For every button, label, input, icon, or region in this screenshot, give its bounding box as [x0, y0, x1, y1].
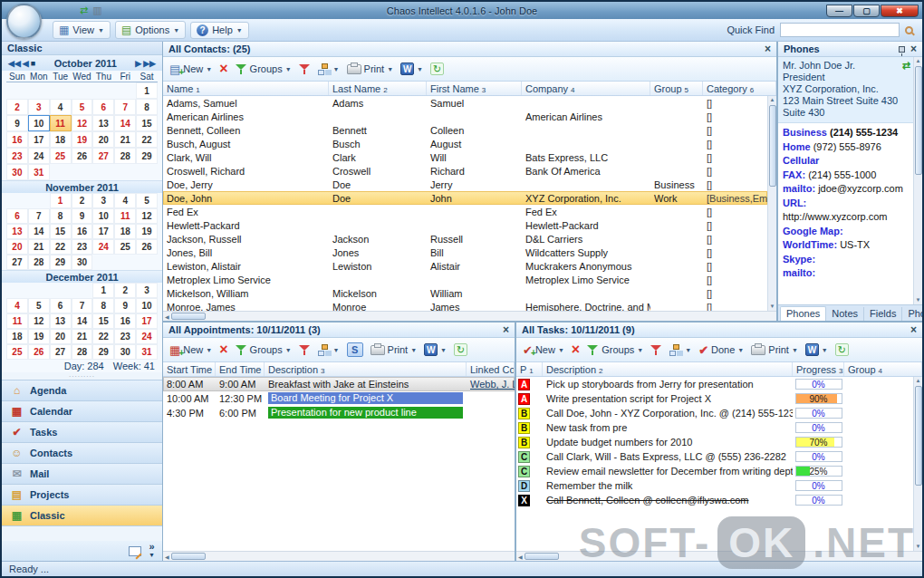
calendar-day[interactable]: 12	[136, 208, 158, 224]
calendar-day[interactable]: 22	[136, 131, 158, 148]
new-contact-button[interactable]: ▤ New ▼	[168, 63, 214, 76]
task-row[interactable]: CReview email newsletter for December fr…	[516, 464, 913, 478]
prev-year-icon[interactable]: ◀◀	[8, 59, 21, 68]
calendar-day[interactable]: 14	[72, 313, 93, 329]
group-by-button[interactable]: ▼	[668, 343, 693, 356]
calendar-day[interactable]: 14	[114, 115, 136, 131]
calendar-day[interactable]: 9	[72, 208, 93, 224]
calendar-day[interactable]: 31	[28, 164, 50, 180]
phone-line-label[interactable]: Home	[783, 141, 811, 152]
calendar-day[interactable]: 2	[114, 283, 136, 298]
groups-button[interactable]: Groups ▼	[234, 63, 294, 76]
calendar-day[interactable]: 10	[28, 115, 50, 131]
calendar-day[interactable]: 2	[6, 99, 28, 115]
appointments-column-start-time[interactable]: Start Time1	[163, 362, 216, 376]
schedule-toggle-button[interactable]: S	[345, 342, 365, 358]
calendar-day[interactable]: 3	[28, 99, 50, 115]
group-by-button[interactable]: ▼	[316, 63, 342, 75]
appointment-row[interactable]: 4:30 PM6:00 PMPresentation for new produ…	[163, 406, 515, 420]
calendar-day[interactable]: 16	[114, 313, 136, 329]
calendar-day[interactable]: 10	[136, 298, 158, 313]
calendar-day[interactable]: 29	[50, 255, 72, 270]
phone-line-label[interactable]: FAX:	[783, 169, 805, 180]
contact-row[interactable]: Jones, BillJonesBillWildcatters Supply[]	[163, 246, 767, 259]
contact-row[interactable]: Metroplex Limo ServiceMetroplex Limo Ser…	[163, 273, 767, 286]
calendar-day[interactable]: 19	[28, 329, 50, 344]
tasks-column-group[interactable]: Group4	[844, 362, 922, 376]
contact-row[interactable]: Bennett, ColleenBennettColleen[]	[163, 123, 767, 137]
calendar-day[interactable]: 1	[92, 283, 114, 298]
groups-button[interactable]: Groups ▼	[585, 343, 645, 357]
calendar-day[interactable]: 4	[6, 298, 28, 313]
contact-row[interactable]: Lewiston, AlistairLewistonAlistairMuckra…	[163, 259, 767, 273]
quick-find-input[interactable]	[780, 23, 900, 37]
delete-button[interactable]: ×	[217, 62, 229, 76]
calendar-day[interactable]: 18	[50, 131, 72, 148]
sidebar-item-mail[interactable]: ✉Mail	[2, 464, 162, 485]
refresh-button[interactable]: ↻	[452, 342, 469, 357]
calendar-day[interactable]: 14	[28, 224, 50, 239]
scroll-thumb[interactable]	[915, 386, 922, 486]
scroll-down-icon[interactable]: ▼	[770, 303, 775, 311]
task-row[interactable]: DRemember the milk0%	[516, 478, 913, 493]
print-button[interactable]: Print ▼	[369, 343, 419, 356]
phone-line-label[interactable]: mailto:	[783, 183, 815, 194]
contact-row[interactable]: Doe, JerryDoeJerryBusiness[]	[163, 178, 767, 191]
calendar-day[interactable]: 22	[92, 329, 114, 344]
appointments-column-end-time[interactable]: End Time2	[216, 362, 265, 376]
calendar-day[interactable]: 27	[6, 255, 28, 270]
task-row[interactable]: XCall Bennett, Colleen @ colleen@iflyswa…	[516, 493, 913, 507]
calendar-day[interactable]: 5	[72, 99, 93, 115]
calendar-day[interactable]: 16	[6, 131, 28, 148]
phone-line-value[interactable]: (214) 555-1000	[808, 169, 876, 180]
calendar-day[interactable]: 29	[92, 344, 114, 360]
filter-button[interactable]	[649, 343, 664, 357]
contacts-horizontal-scrollbar[interactable]: ◀	[163, 311, 776, 321]
calendar-day[interactable]: 23	[6, 148, 28, 164]
tasks-vertical-scrollbar[interactable]: ▲ ▼	[913, 377, 922, 551]
calendar-day[interactable]: 26	[28, 344, 50, 360]
calendar-day[interactable]: 18	[114, 224, 136, 239]
scroll-thumb[interactable]	[171, 313, 206, 320]
word-merge-button[interactable]: W▼	[399, 62, 425, 76]
appointments-column-description[interactable]: Description3	[265, 362, 467, 376]
word-merge-button[interactable]: W▼	[422, 342, 448, 357]
scroll-down-icon[interactable]: ▼	[916, 543, 921, 551]
filter-button[interactable]	[297, 63, 313, 76]
filter-button[interactable]	[297, 343, 313, 357]
phone-line[interactable]: WorldTime: US-TX	[783, 238, 913, 253]
contact-row[interactable]: Adams, SamuelAdamsSamuel[]	[163, 96, 767, 110]
calendar-day[interactable]: 26	[72, 148, 93, 164]
calendar-day[interactable]: 5	[136, 193, 158, 208]
calendar-day[interactable]: 3	[92, 193, 114, 208]
calendar-day[interactable]: 1	[136, 82, 158, 99]
phones-vertical-scrollbar[interactable]: ▲ ▼	[913, 57, 922, 304]
close-icon[interactable]: ×	[910, 325, 917, 334]
tasks-horizontal-scrollbar[interactable]: ◀	[516, 551, 922, 561]
calendar-day[interactable]: 24	[136, 329, 158, 344]
appointment-row[interactable]: 8:00 AM9:00 AMBreakfast with Jake at Ein…	[163, 377, 515, 391]
scroll-thumb[interactable]	[171, 553, 206, 560]
close-icon[interactable]: ×	[503, 325, 509, 334]
scroll-down-icon[interactable]: ▼	[916, 296, 921, 304]
sync-icon[interactable]: ⇄	[80, 5, 88, 15]
calendar-day[interactable]: 25	[50, 148, 72, 164]
contact-row[interactable]: Doe, JohnDoeJohnXYZ Corporation, Inc.Wor…	[163, 191, 767, 205]
calendar-day[interactable]: 26	[136, 239, 158, 255]
calendar-day[interactable]: 6	[92, 99, 114, 115]
calendar-day[interactable]: 11	[6, 313, 28, 329]
calendar-day[interactable]: 31	[136, 344, 158, 360]
tasks-column-progress[interactable]: Progress3	[793, 362, 844, 376]
sidebar-item-contacts[interactable]: ☺Contacts	[2, 443, 162, 464]
calendar-day[interactable]: 16	[72, 224, 93, 239]
calendar-day[interactable]: 24	[92, 239, 114, 255]
scroll-thumb[interactable]	[769, 105, 776, 187]
calendar-day[interactable]: 25	[114, 239, 136, 255]
groups-button[interactable]: Groups ▼	[234, 343, 294, 357]
phone-line-value[interactable]: (214) 555-1234	[830, 127, 898, 138]
pin-icon[interactable]	[899, 46, 905, 53]
refresh-button[interactable]: ↻	[833, 342, 851, 357]
tasks-column-p[interactable]: P1	[516, 362, 543, 376]
phone-line[interactable]: mailto:	[783, 266, 913, 281]
phone-line[interactable]: FAX: (214) 555-1000	[783, 169, 913, 183]
